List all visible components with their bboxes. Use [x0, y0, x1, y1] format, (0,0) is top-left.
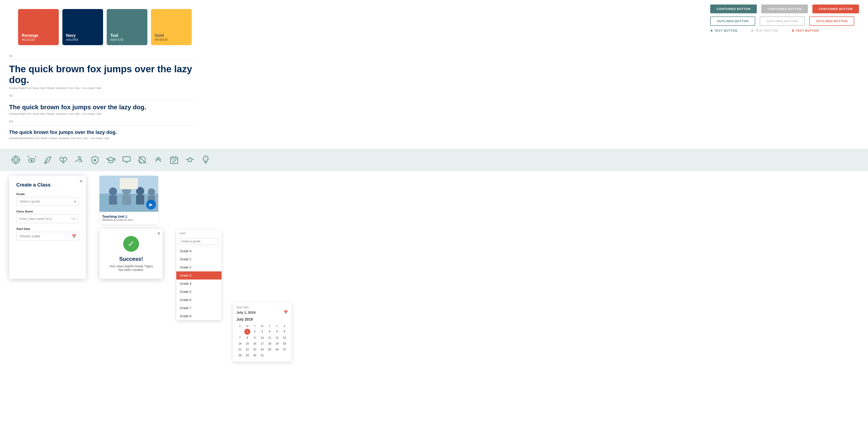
- text-button-teal[interactable]: ⊕ TEXT BUTTON: [710, 29, 746, 32]
- swatch-navy: Navy #002855: [62, 9, 103, 45]
- outlined-button-gray[interactable]: OUTLINED BUTTON: [760, 16, 805, 26]
- cal-day-18[interactable]: 18: [266, 341, 273, 346]
- cal-header-t2: T: [266, 324, 273, 328]
- grade-option-2[interactable]: Grade 2: [176, 263, 221, 271]
- grade-option-5[interactable]: Grade 5: [176, 288, 221, 296]
- grade-option-7[interactable]: Grade 7: [176, 304, 221, 312]
- cal-day-28[interactable]: 28: [237, 353, 243, 358]
- contained-button-teal[interactable]: CONTAINED BUTTON: [710, 4, 757, 13]
- cal-day-19[interactable]: 19: [274, 341, 281, 346]
- cal-day-8[interactable]: 8: [244, 335, 251, 340]
- h2-label: H2: [9, 94, 194, 97]
- class-name-wrapper: 0/21: [16, 214, 79, 223]
- play-button[interactable]: ▶: [146, 200, 156, 209]
- outlined-button-red[interactable]: OUTLINED BUTTON: [809, 16, 854, 26]
- date-picker: Start Date July 1, 2019 📅 July 2019 S M …: [233, 302, 291, 362]
- cal-day-20[interactable]: 20: [281, 341, 288, 346]
- chat-icon: [120, 153, 133, 167]
- cal-day-24[interactable]: 24: [259, 347, 266, 352]
- icons-section: [0, 148, 868, 171]
- success-title: Success!: [107, 256, 156, 262]
- grade-option-8[interactable]: Grade 8: [176, 312, 221, 320]
- success-modal-close[interactable]: ✕: [157, 231, 160, 236]
- grade-option-3[interactable]: Grade 3: [176, 271, 221, 279]
- handshake-icon: [183, 153, 197, 167]
- cal-day-13[interactable]: 13: [281, 335, 288, 340]
- cal-day-4[interactable]: 4: [266, 329, 273, 335]
- grade-label: Grade: [16, 192, 79, 196]
- svg-rect-14: [170, 157, 178, 164]
- color-swatches: Rorange #E1523D Navy #002855 Teal #487A7…: [9, 4, 201, 50]
- cal-day-12[interactable]: 12: [274, 335, 281, 340]
- cal-day-2[interactable]: 2: [251, 329, 258, 335]
- cal-day-23[interactable]: 23: [251, 347, 258, 352]
- cal-day-15[interactable]: 15: [244, 341, 251, 346]
- grade-option-4[interactable]: Grade 4: [176, 279, 221, 288]
- dropdown-label: Label: [176, 230, 221, 236]
- page: Rorange #E1523D Navy #002855 Teal #487A7…: [0, 0, 868, 443]
- grade-select[interactable]: Select a grade Grade K Grade 1 Grade 2 G…: [16, 197, 79, 206]
- swatch-name: Teal: [110, 33, 144, 38]
- swatch-name: Navy: [66, 33, 99, 38]
- cal-day-16[interactable]: 16: [251, 341, 258, 346]
- grade-search-wrapper: [176, 236, 221, 247]
- cal-day-27[interactable]: 27: [281, 347, 288, 352]
- lightbulb-icon: [199, 153, 213, 167]
- divider: [9, 125, 194, 126]
- grade-option-1[interactable]: Grade 1: [176, 255, 221, 263]
- outlined-button-teal[interactable]: OUTLINED BUTTON: [710, 16, 755, 26]
- start-date-input[interactable]: [16, 232, 79, 240]
- cal-day-22[interactable]: 22: [244, 347, 251, 352]
- grade-dropdown: Label Grade K Grade 1 Grade 2 Grade 3 Gr…: [176, 230, 221, 320]
- class-name-form-group: Class Name 0/21: [16, 210, 79, 223]
- cal-day-1[interactable]: 1: [244, 329, 250, 335]
- cal-day-29[interactable]: 29: [244, 353, 251, 358]
- text-buttons-row: ⊕ TEXT BUTTON ⊕ TEXT BUTTON ⊕ TEXT BUTTO…: [710, 29, 859, 32]
- icon-eye-target: [9, 153, 23, 167]
- grade-search-input[interactable]: [179, 238, 219, 244]
- cal-day-21[interactable]: 21: [237, 347, 243, 352]
- svg-rect-25: [109, 196, 117, 205]
- video-info: Teaching Unit 1 Mindsets & Goals (5 min.…: [99, 212, 158, 224]
- cal-day-17[interactable]: 17: [259, 341, 266, 346]
- cal-day-6[interactable]: 6: [281, 329, 288, 335]
- cal-header-s: S: [237, 324, 243, 328]
- date-wrapper: [16, 232, 79, 240]
- top-section: Rorange #E1523D Navy #002855 Teal #487A7…: [0, 0, 868, 50]
- cal-day-7[interactable]: 7: [237, 335, 243, 340]
- cal-day-3[interactable]: 3: [259, 329, 266, 335]
- contained-button-red[interactable]: CONTAINED BUTTON: [812, 4, 859, 13]
- cal-day-11[interactable]: 11: [266, 335, 273, 340]
- cal-day-31[interactable]: 31: [259, 353, 266, 358]
- contained-button-gray[interactable]: CONTAINED BUTTON: [761, 4, 808, 13]
- cal-day-14[interactable]: 14: [237, 341, 243, 346]
- start-date-form-group: Start Date: [16, 227, 79, 240]
- cal-day-26[interactable]: 26: [274, 347, 281, 352]
- video-card: ▶ Teaching Unit 1 Mindsets & Goals (5 mi…: [99, 176, 158, 224]
- grade-option-k[interactable]: Grade K: [176, 247, 221, 255]
- plus-icon: ⊕: [751, 29, 754, 32]
- grade-select-wrapper: Select a grade Grade K Grade 1 Grade 2 G…: [16, 197, 79, 206]
- grade-option-6[interactable]: Grade 6: [176, 296, 221, 304]
- swatch-name: Rorange: [22, 33, 55, 38]
- h2-text: The quick brown fox jumps over the lazy …: [9, 103, 194, 111]
- modal-close-button[interactable]: ✕: [79, 179, 83, 184]
- contained-buttons-row: CONTAINED BUTTON CONTAINED BUTTON CONTAI…: [710, 4, 859, 13]
- swatch-hex: #487A7B: [110, 38, 144, 41]
- cal-day-5[interactable]: 5: [274, 329, 281, 335]
- cal-day-9[interactable]: 9: [251, 335, 258, 340]
- cal-day-10[interactable]: 10: [259, 335, 266, 340]
- cal-day-25[interactable]: 25: [266, 347, 273, 352]
- video-thumbnail: ▶: [99, 176, 158, 212]
- h1-text: The quick brown fox jumps over the lazy …: [9, 64, 194, 86]
- class-name-input[interactable]: [16, 214, 79, 223]
- svg-marker-10: [107, 157, 115, 161]
- char-count: 0/21: [71, 217, 76, 220]
- text-button-gray[interactable]: ⊕ TEXT BUTTON: [751, 29, 787, 32]
- swatch-name: Gold: [155, 33, 188, 38]
- text-button-red[interactable]: ⊕ TEXT BUTTON: [792, 29, 828, 32]
- modals-row: ✕ Create a Class Grade Select a grade Gr…: [0, 171, 868, 283]
- svg-rect-27: [122, 195, 131, 205]
- cal-day-30[interactable]: 30: [251, 353, 258, 358]
- success-text: Your class Eighth-Grade Tigers has been …: [107, 264, 156, 272]
